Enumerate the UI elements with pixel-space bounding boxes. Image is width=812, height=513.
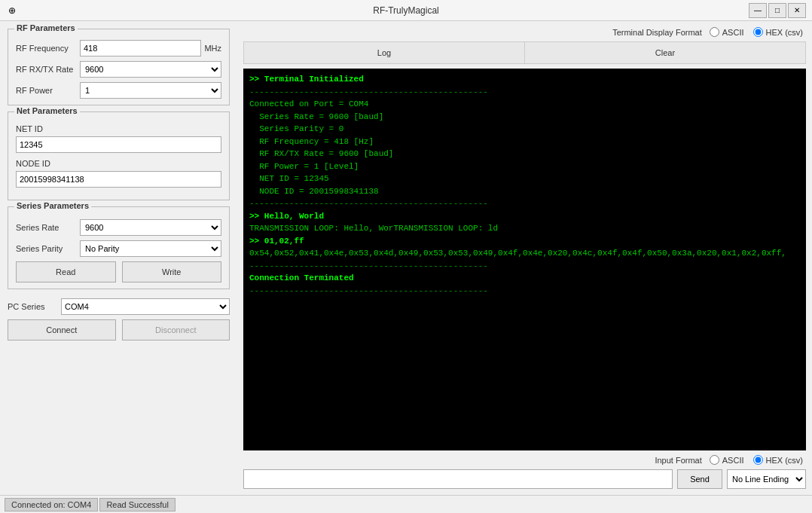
minimize-button[interactable]: — — [749, 3, 767, 18]
input-format-radio-group: ASCII HEX (csv) — [710, 455, 803, 465]
rf-frequency-input[interactable] — [80, 40, 201, 56]
log-button[interactable]: Log — [244, 42, 525, 63]
app-icon: ⊕ — [6, 5, 18, 17]
rf-rxtx-rate-select[interactable]: 9600 4800 2400 1200 — [80, 61, 221, 78]
net-parameters-group: Net Parameters NET ID NODE ID — [8, 111, 230, 200]
send-input[interactable] — [243, 469, 673, 489]
title-bar-controls: — □ ✕ — [749, 3, 806, 18]
right-panel: Terminal Display Format ASCII HEX (csv) … — [237, 21, 812, 495]
connect-button[interactable]: Connect — [8, 319, 116, 340]
title-bar: ⊕ RF-TrulyMagical — □ ✕ — [0, 0, 812, 21]
pc-series-label: PC Series — [8, 302, 56, 311]
input-ascii-label: ASCII — [722, 456, 744, 465]
terminal-line: Connection Terminated — [249, 272, 800, 285]
disconnect-button[interactable]: Disconnect — [122, 319, 230, 340]
read-write-buttons: Read Write — [16, 261, 221, 282]
terminal-ascii-label: ASCII — [722, 28, 744, 37]
terminal-line: NODE ID = 20015998341138 — [249, 185, 800, 198]
read-button[interactable]: Read — [16, 261, 116, 282]
terminal-line: ----------------------------------------… — [249, 86, 800, 99]
connected-status: Connected on: COM4 — [5, 498, 98, 511]
net-id-label: NET ID — [16, 124, 221, 133]
input-ascii-option[interactable]: ASCII — [710, 455, 744, 465]
terminal-hex-radio[interactable] — [753, 27, 763, 37]
status-bar: Connected on: COM4 Read Successful — [0, 495, 812, 513]
terminal-line: Connected on Port = COM4 — [249, 98, 800, 111]
terminal-line: >> Hello, World — [249, 210, 800, 223]
terminal-line: ----------------------------------------… — [249, 260, 800, 273]
terminal-line: RF Power = 1 [Level] — [249, 160, 800, 173]
log-clear-bar: Log Clear — [243, 41, 806, 64]
send-button[interactable]: Send — [677, 469, 722, 489]
series-parity-row: Series Parity No Parity Even Parity Odd … — [16, 240, 221, 257]
node-id-field: NODE ID — [16, 159, 221, 188]
terminal-line: TRANSMISSION LOOP: Hello, WorTRANSMISSIO… — [249, 222, 800, 235]
node-id-input[interactable] — [16, 171, 221, 188]
terminal-line: Series Rate = 9600 [baud] — [249, 111, 800, 124]
terminal-line: RF RX/TX Rate = 9600 [baud] — [249, 148, 800, 160]
pc-series-select[interactable]: COM1 COM2 COM3 COM4 COM5 — [61, 298, 230, 315]
terminal-hex-option[interactable]: HEX (csv) — [753, 27, 804, 37]
left-panel: RF Parameters RF Frequency MHz RF RX/TX … — [0, 21, 237, 495]
restore-button[interactable]: □ — [768, 3, 786, 18]
series-parity-label: Series Parity — [16, 244, 80, 253]
terminal-ascii-option[interactable]: ASCII — [710, 27, 744, 37]
terminal-line: ----------------------------------------… — [249, 197, 800, 210]
terminal-hex-label: HEX (csv) — [766, 28, 804, 37]
terminal-line: RF Frequency = 418 [Hz] — [249, 136, 800, 148]
net-id-field: NET ID — [16, 124, 221, 153]
pc-series-group: PC Series COM1 COM2 COM3 COM4 COM5 Conne… — [8, 295, 230, 340]
input-format-bar: Input Format ASCII HEX (csv) — [243, 455, 806, 465]
input-row: Send No Line Ending Newline Carriage Ret… — [243, 469, 806, 489]
terminal-line: >> Terminal Initialized — [249, 73, 800, 86]
series-rate-select[interactable]: 9600 4800 2400 1200 — [80, 219, 221, 236]
terminal-line: NET ID = 12345 — [249, 173, 800, 185]
net-parameters-label: Net Parameters — [14, 106, 80, 115]
title-bar-left: ⊕ — [6, 5, 18, 17]
input-hex-label: HEX (csv) — [766, 456, 804, 465]
rf-power-row: RF Power 1 2 3 4 — [16, 82, 221, 99]
rf-frequency-unit: MHz — [204, 44, 221, 53]
input-ascii-radio[interactable] — [710, 455, 719, 465]
line-ending-select[interactable]: No Line Ending Newline Carriage Return B… — [727, 469, 806, 489]
pc-series-row: PC Series COM1 COM2 COM3 COM4 COM5 — [8, 298, 230, 315]
input-format-label: Input Format — [655, 456, 701, 465]
terminal-line: 0x54,0x52,0x41,0x4e,0x53,0x4d,0x49,0x53,… — [249, 247, 800, 260]
net-id-input[interactable] — [16, 136, 221, 153]
rf-parameters-group: RF Parameters RF Frequency MHz RF RX/TX … — [8, 29, 230, 105]
node-id-label: NODE ID — [16, 159, 221, 168]
rf-power-select[interactable]: 1 2 3 4 — [80, 82, 221, 99]
terminal-format-bar: Terminal Display Format ASCII HEX (csv) — [243, 27, 806, 37]
app-title: RF-TrulyMagical — [373, 5, 439, 16]
series-rate-row: Series Rate 9600 4800 2400 1200 — [16, 219, 221, 236]
series-rate-label: Series Rate — [16, 223, 80, 232]
terminal-format-radio-group: ASCII HEX (csv) — [710, 27, 803, 37]
terminal-display: >> Terminal Initialized-----------------… — [243, 69, 806, 450]
rf-parameters-label: RF Parameters — [14, 23, 78, 32]
series-parameters-label: Series Parameters — [14, 201, 91, 210]
series-parameters-group: Series Parameters Series Rate 9600 4800 … — [8, 206, 230, 289]
terminal-format-label: Terminal Display Format — [612, 28, 702, 37]
rf-frequency-row: RF Frequency MHz — [16, 40, 221, 56]
rf-rxtx-rate-row: RF RX/TX Rate 9600 4800 2400 1200 — [16, 61, 221, 78]
terminal-line: Series Parity = 0 — [249, 123, 800, 136]
write-button[interactable]: Write — [122, 261, 222, 282]
rf-frequency-label: RF Frequency — [16, 44, 80, 53]
read-status: Read Successful — [99, 498, 176, 511]
input-hex-radio[interactable] — [753, 455, 763, 465]
series-parity-select[interactable]: No Parity Even Parity Odd Parity — [80, 240, 221, 257]
rf-rxtx-rate-label: RF RX/TX Rate — [16, 65, 80, 74]
close-button[interactable]: ✕ — [788, 3, 806, 18]
clear-button[interactable]: Clear — [525, 42, 805, 63]
connect-disconnect-row: Connect Disconnect — [8, 319, 230, 340]
input-hex-option[interactable]: HEX (csv) — [753, 455, 804, 465]
terminal-line: ----------------------------------------… — [249, 285, 800, 298]
terminal-line: >> 01,02,ff — [249, 235, 800, 248]
main-content: RF Parameters RF Frequency MHz RF RX/TX … — [0, 21, 812, 495]
rf-power-label: RF Power — [16, 86, 80, 95]
terminal-ascii-radio[interactable] — [710, 27, 719, 37]
